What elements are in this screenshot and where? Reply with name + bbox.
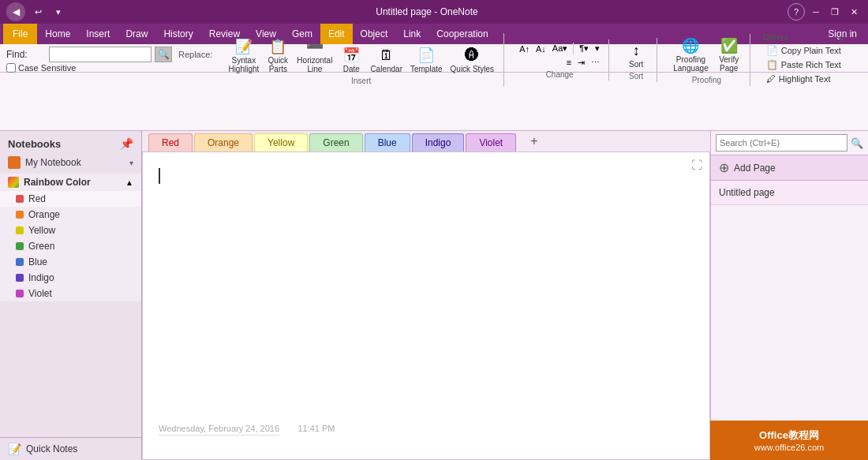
undo-button[interactable]: ↩ — [30, 4, 46, 20]
sort-section-title: Sort — [622, 72, 650, 80]
quick-styles-button[interactable]: 🅐 Quick Styles — [447, 46, 498, 75]
calendar-button[interactable]: 🗓 Calendar — [367, 46, 406, 75]
copy-plain-button[interactable]: 📄 Copy Plain Text — [763, 43, 845, 58]
menu-history[interactable]: History — [155, 24, 200, 44]
rainbow-color-icon — [8, 177, 19, 188]
numbering-btn[interactable]: ¶▾ — [577, 43, 591, 54]
section-orange[interactable]: Orange — [0, 207, 141, 223]
section-green[interactable]: Green — [0, 238, 141, 254]
replace-toggle[interactable]: Replace: — [178, 50, 212, 59]
ribbon-sort-section: ↕ Sort Sort — [615, 38, 657, 82]
search-input[interactable] — [716, 134, 847, 151]
my-notebook-item[interactable]: My Notebook ▾ — [0, 153, 141, 172]
ribbon-others-section: Others ▲ 📄 Copy Plain Text 📋 Paste Rich … — [757, 32, 851, 88]
text-cursor — [159, 168, 160, 184]
add-page-icon: ⊕ — [719, 160, 729, 175]
quick-notes-icon: 📝 — [8, 443, 21, 455]
tab-violet[interactable]: Violet — [466, 133, 516, 151]
menu-draw[interactable]: Draw — [118, 24, 155, 44]
rainbow-color-group: Rainbow Color ▲ Red Orange Yellow — [0, 174, 141, 301]
help-button[interactable]: ? — [788, 3, 805, 21]
highlight-text-button[interactable]: 🖊 Highlight Text — [763, 72, 845, 86]
collapse-btn[interactable]: ▲ — [837, 33, 845, 42]
search-button[interactable]: 🔍 — [851, 137, 863, 149]
find-input[interactable] — [49, 47, 152, 62]
ribbon-change-section: A↑ A↓ Aa▾ ¶▾ ▾ ≡ ⇥ ⋯ Change — [511, 39, 609, 80]
customize-button[interactable]: ▾ — [51, 4, 66, 20]
tab-indigo[interactable]: Indigo — [412, 133, 465, 151]
expand-button[interactable]: ⛶ — [689, 157, 705, 173]
green-label: Green — [28, 241, 54, 252]
close-button[interactable]: ✕ — [846, 4, 862, 20]
font-size-up-btn[interactable]: A↑ — [517, 43, 532, 54]
find-replace-bar: Find: 🔍 Replace: Case Sensitive 📝 — [0, 47, 868, 73]
horizontal-line-button[interactable]: ➖ HorizontalLine — [294, 36, 335, 75]
rainbow-color-header[interactable]: Rainbow Color ▲ — [0, 174, 141, 191]
format-case-btn[interactable]: Aa▾ — [550, 43, 570, 54]
search-bar: 🔍 — [711, 131, 868, 155]
tab-add[interactable]: + — [518, 131, 550, 151]
proofing-label: ProofingLanguage — [673, 55, 709, 73]
yellow-label: Yellow — [28, 225, 55, 236]
horizontal-line-icon: ➖ — [306, 38, 324, 55]
quick-notes-item[interactable]: 📝 Quick Notes — [0, 437, 141, 460]
proofing-section-title: Proofing — [692, 76, 721, 84]
section-blue[interactable]: Blue — [0, 254, 141, 270]
tab-blue[interactable]: Blue — [365, 133, 410, 151]
tab-green[interactable]: Green — [309, 133, 362, 151]
my-notebook-expand[interactable]: ▾ — [129, 159, 133, 167]
tab-red[interactable]: Red — [148, 133, 193, 151]
more-btn[interactable]: ▾ — [593, 43, 602, 54]
verify-label: VerifyPage — [719, 55, 739, 73]
font-size-down-btn[interactable]: A↓ — [533, 43, 548, 54]
menu-home[interactable]: Home — [37, 24, 78, 44]
syntax-highlight-button[interactable]: 📝 SyntaxHighlight — [225, 36, 262, 75]
paste-rich-button[interactable]: 📋 Paste Rich Text — [763, 58, 845, 72]
sidebar: Notebooks 📌 My Notebook ▾ Rainbow Color … — [0, 131, 142, 460]
violet-label: Violet — [28, 288, 52, 299]
back-button[interactable]: ◀ — [6, 2, 25, 21]
quick-parts-label: QuickParts — [268, 56, 289, 73]
my-notebook-label: My Notebook — [25, 157, 81, 168]
rainbow-color-collapse[interactable]: ▲ — [125, 178, 133, 187]
template-button[interactable]: 📄 Template — [407, 45, 446, 75]
sidebar-header: Notebooks 📌 — [0, 131, 141, 153]
verify-page-button[interactable]: ✅ VerifyPage — [715, 36, 743, 74]
tab-orange[interactable]: Orange — [194, 133, 253, 151]
add-page-button[interactable]: ⊕ Add Page — [711, 155, 868, 181]
more-change-btn[interactable]: ⋯ — [589, 57, 602, 69]
section-tabs-bar: Red Orange Yellow Green Blue Indigo Viol… — [142, 131, 710, 151]
syntax-highlight-icon: 📝 — [235, 38, 253, 55]
blue-dot — [16, 258, 24, 266]
verify-icon: ✅ — [720, 37, 738, 54]
quick-notes-label: Quick Notes — [26, 443, 77, 454]
pin-icon[interactable]: 📌 — [120, 137, 133, 150]
menu-file[interactable]: File — [3, 24, 37, 44]
tab-yellow[interactable]: Yellow — [254, 133, 308, 151]
template-label: Template — [410, 65, 443, 73]
sort-button[interactable]: ↕ Sort — [622, 41, 650, 70]
case-sensitive-label: Case Sensitive — [18, 63, 76, 73]
page-list-item-0[interactable]: Untitled page — [711, 181, 868, 205]
case-sensitive-checkbox[interactable] — [6, 63, 16, 73]
section-violet[interactable]: Violet — [0, 286, 141, 301]
ribbon: Find: 🔍 Replace: Case Sensitive 📝 — [0, 44, 868, 131]
menu-insert[interactable]: Insert — [78, 24, 118, 44]
restore-button[interactable]: ❐ — [827, 4, 843, 20]
proofing-language-button[interactable]: 🌐 ProofingLanguage — [670, 36, 712, 74]
indent-btn[interactable]: ⇥ — [575, 57, 587, 69]
find-search-button[interactable]: 🔍 — [155, 47, 172, 62]
quick-parts-button[interactable]: 📋 QuickParts — [264, 36, 292, 75]
section-indigo[interactable]: Indigo — [0, 270, 141, 286]
page-content[interactable]: ⛶ Wednesday, February 24, 2016 11:41 PM — [142, 151, 710, 460]
date-button[interactable]: 📅 Date — [337, 45, 365, 75]
red-label: Red — [28, 193, 46, 204]
section-yellow[interactable]: Yellow — [0, 223, 141, 238]
align-btn[interactable]: ≡ — [564, 57, 574, 68]
section-red[interactable]: Red — [0, 191, 141, 207]
proofing-icon: 🌐 — [682, 37, 699, 54]
template-icon: 📄 — [417, 47, 435, 64]
window-controls: ? ─ ❐ ✕ — [788, 3, 862, 21]
minimize-button[interactable]: ─ — [808, 4, 824, 20]
right-panel: 🔍 ⊕ Add Page Untitled page — [710, 131, 868, 460]
